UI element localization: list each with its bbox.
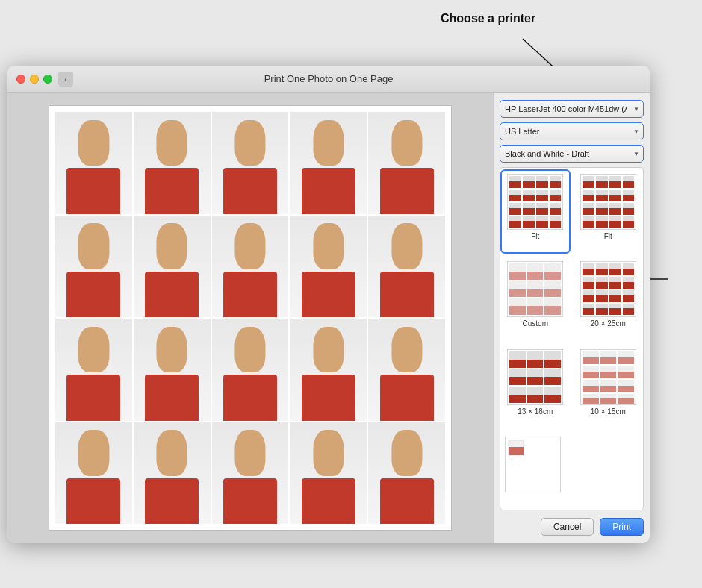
- minimize-button[interactable]: [30, 75, 39, 84]
- photo-cell: [290, 216, 367, 318]
- svg-rect-30: [536, 208, 548, 215]
- svg-rect-113: [596, 295, 608, 302]
- photo-cell: [368, 319, 445, 421]
- layout-option-custom[interactable]: Custom: [502, 258, 569, 340]
- layout-option-fit1[interactable]: /* generated inline */: [502, 171, 569, 252]
- layout-thumb-single: [505, 437, 561, 492]
- layout-options-grid: /* generated inline */: [500, 167, 644, 510]
- svg-rect-49: [623, 181, 634, 188]
- photo-preview-area: [7, 93, 493, 543]
- paper-size-dropdown-wrapper: US Letter: [500, 122, 644, 140]
- layout-option-13x18[interactable]: 13 × 18cm: [502, 346, 569, 428]
- layout-label-custom: Custom: [523, 319, 548, 328]
- svg-rect-47: [609, 181, 621, 188]
- svg-rect-20: [523, 195, 535, 201]
- svg-rect-14: [536, 181, 548, 188]
- svg-rect-24: [550, 195, 561, 201]
- photo-cell: [212, 112, 289, 214]
- photo-cell: [368, 112, 445, 214]
- photo-cell: [212, 319, 289, 421]
- svg-rect-109: [623, 282, 634, 289]
- svg-rect-140: [509, 395, 526, 403]
- photo-cell: [134, 216, 211, 318]
- svg-rect-125: [623, 308, 634, 315]
- layout-label-fit1: Fit: [531, 232, 539, 240]
- layout-label-20x25: 20 × 25cm: [591, 319, 626, 328]
- layout-option-single[interactable]: [502, 434, 564, 507]
- svg-rect-163: [618, 386, 634, 392]
- paper-size-dropdown[interactable]: US Letter: [500, 122, 644, 140]
- photo-cell: [290, 319, 367, 421]
- svg-rect-117: [623, 295, 634, 302]
- svg-rect-128: [509, 360, 526, 368]
- svg-rect-105: [596, 282, 608, 289]
- svg-rect-97: [596, 269, 608, 275]
- window-title: Print One Photo on One Page: [264, 73, 394, 84]
- svg-rect-12: [523, 181, 535, 188]
- photo-cell: [55, 112, 132, 214]
- photo-cell: [134, 112, 211, 214]
- svg-rect-107: [609, 282, 621, 289]
- svg-rect-57: [623, 195, 634, 201]
- svg-rect-26: [509, 208, 521, 215]
- layout-thumb-fit1: /* generated inline */: [507, 174, 563, 230]
- layout-label-13x18: 13 × 18cm: [518, 407, 553, 416]
- svg-rect-142: [527, 395, 543, 403]
- svg-rect-157: [618, 372, 634, 378]
- svg-rect-10: [509, 181, 521, 188]
- choose-printer-label: Choose a printer: [441, 12, 535, 25]
- svg-rect-147: [583, 357, 599, 364]
- layout-option-10x15[interactable]: 10 × 15cm: [575, 346, 642, 428]
- layout-thumb-13x18: [507, 349, 563, 405]
- svg-rect-65: [623, 208, 634, 215]
- svg-rect-119: [583, 308, 594, 315]
- svg-rect-136: [527, 377, 543, 385]
- layout-label-fit2: Fit: [604, 232, 612, 240]
- svg-rect-16: [550, 181, 561, 188]
- svg-rect-161: [600, 386, 616, 392]
- svg-rect-95: [583, 269, 594, 275]
- svg-rect-38: [536, 221, 548, 228]
- layout-option-20x25[interactable]: 20 × 25cm: [575, 258, 642, 340]
- photo-cell: [212, 422, 289, 525]
- bottom-buttons: Cancel Print: [500, 515, 644, 536]
- layout-thumb-custom: [507, 261, 563, 317]
- svg-rect-165: [583, 398, 599, 404]
- svg-rect-78: [527, 272, 543, 280]
- back-button[interactable]: ‹: [58, 72, 73, 87]
- svg-rect-144: [544, 395, 561, 403]
- svg-rect-159: [583, 386, 599, 392]
- layout-option-fit2[interactable]: Fit: [575, 171, 642, 252]
- quality-dropdown[interactable]: Black and White - Draft: [500, 145, 644, 163]
- svg-rect-130: [527, 360, 543, 368]
- photo-cell: [290, 422, 367, 525]
- svg-rect-76: [509, 272, 526, 280]
- traffic-lights: [16, 75, 52, 84]
- svg-rect-53: [596, 195, 608, 201]
- quality-dropdown-wrapper: Black and White - Draft: [500, 145, 644, 163]
- svg-rect-99: [609, 269, 621, 275]
- print-sidebar: HP LaserJet 400 color M451dw (A4E7C1) US…: [493, 93, 650, 543]
- cancel-button[interactable]: Cancel: [541, 518, 594, 536]
- svg-rect-132: [544, 360, 561, 368]
- svg-rect-111: [583, 295, 594, 302]
- svg-rect-67: [583, 221, 594, 228]
- svg-rect-169: [618, 398, 634, 404]
- close-button[interactable]: [16, 75, 25, 84]
- layout-thumb-10x15: [580, 349, 636, 405]
- photo-cell: [212, 216, 289, 318]
- svg-rect-84: [527, 289, 543, 297]
- maximize-button[interactable]: [43, 75, 52, 84]
- svg-rect-63: [609, 208, 621, 215]
- svg-rect-51: [583, 195, 594, 201]
- printer-dropdown[interactable]: HP LaserJet 400 color M451dw (A4E7C1): [500, 100, 644, 118]
- svg-rect-134: [509, 377, 526, 385]
- svg-rect-123: [609, 308, 621, 315]
- svg-rect-45: [596, 181, 608, 188]
- layout-thumb-fit2: [580, 174, 636, 230]
- svg-rect-28: [523, 208, 535, 215]
- svg-rect-138: [544, 377, 561, 385]
- svg-rect-73: [623, 221, 634, 228]
- window-content: HP LaserJet 400 color M451dw (A4E7C1) US…: [7, 93, 650, 543]
- print-button[interactable]: Print: [600, 518, 644, 536]
